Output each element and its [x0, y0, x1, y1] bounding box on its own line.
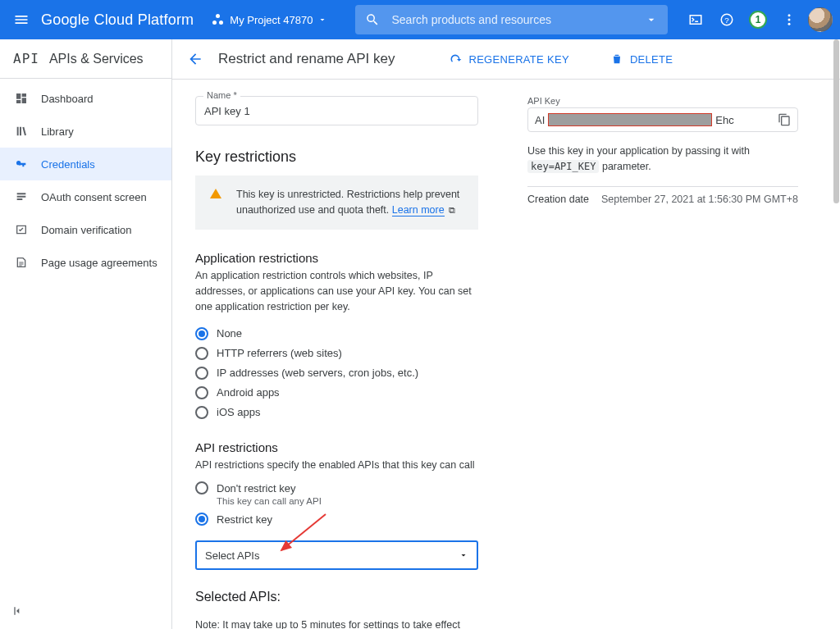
right-column: API Key AI Ehc Use this key in your appl… [527, 96, 798, 205]
external-link-icon: ⧉ [449, 205, 455, 215]
sidebar: API APIs & Services Dashboard Library Cr… [0, 39, 172, 629]
back-button[interactable] [187, 51, 203, 67]
regenerate-key-button[interactable]: REGENERATE KEY [449, 52, 568, 66]
api-restriction-dont[interactable]: Don't restrict key [195, 481, 478, 495]
api-restrictions-heading: API restrictions [195, 440, 478, 454]
app-restriction-radios: None HTTP referrers (web sites) IP addre… [195, 327, 478, 419]
api-key-box: AI Ehc [527, 107, 798, 132]
app-restriction-ios[interactable]: iOS apps [195, 406, 478, 419]
select-apis-dropdown[interactable]: Select APIs [195, 540, 478, 570]
name-field-input[interactable] [195, 96, 478, 125]
avatar-image [808, 7, 833, 32]
app-restriction-android[interactable]: Android apps [195, 386, 478, 399]
select-placeholder: Select APIs [205, 549, 259, 562]
key-restrictions-heading: Key restrictions [195, 148, 478, 166]
sidebar-item-oauth-consent[interactable]: OAuth consent screen [0, 180, 171, 213]
dashboard-icon [13, 90, 30, 107]
left-column: Name * Key restrictions This key is unre… [195, 96, 478, 629]
svg-point-3 [788, 19, 791, 21]
api-key-usage: Use this key in your application by pass… [527, 144, 798, 175]
regenerate-label: REGENERATE KEY [468, 53, 568, 66]
account-avatar[interactable] [807, 7, 833, 33]
sidebar-nav: Dashboard Library Credentials OAuth cons… [0, 79, 171, 279]
search-icon [365, 12, 380, 27]
radio-icon [195, 481, 208, 495]
name-field-label: Name * [203, 90, 240, 100]
api-restriction-restrict[interactable]: Restrict key [195, 513, 478, 526]
search-input[interactable] [390, 12, 635, 27]
app-restriction-ip[interactable]: IP addresses (web servers, cron jobs, et… [195, 367, 478, 380]
usage-code: key=API_KEY [527, 160, 599, 173]
notification-badge: 1 [749, 11, 767, 29]
sidebar-item-domain-verification[interactable]: Domain verification [0, 213, 171, 246]
chevron-down-icon[interactable] [645, 13, 658, 26]
sidebar-item-library[interactable]: Library [0, 115, 171, 148]
sidebar-item-label: Credentials [41, 158, 95, 171]
warning-icon [210, 189, 221, 198]
api-restriction-radios: Don't restrict key This key can call any… [195, 481, 478, 526]
api-key-suffix: Ehc [715, 114, 733, 126]
creation-date-value: September 27, 2021 at 1:56:30 PM GMT+8 [601, 194, 798, 205]
trash-icon [610, 52, 623, 66]
notifications-icon[interactable]: 1 [745, 7, 771, 33]
svg-point-4 [788, 23, 791, 25]
delete-label: DELETE [630, 53, 673, 66]
help-icon[interactable]: ? [714, 7, 740, 33]
api-key-label: API Key [527, 96, 798, 106]
radio-icon [195, 386, 208, 399]
project-picker[interactable]: My Project 47870 [205, 10, 334, 30]
selected-apis-heading: Selected APIs: [195, 590, 478, 604]
sidebar-item-label: Domain verification [41, 224, 132, 236]
cloud-shell-icon[interactable] [682, 7, 709, 33]
project-icon [212, 13, 225, 26]
page-header: Restrict and rename API key REGENERATE K… [172, 39, 840, 80]
svg-point-2 [788, 14, 791, 16]
menu-icon[interactable] [7, 5, 36, 34]
unrestricted-warning: This key is unrestricted. Restrictions h… [195, 175, 478, 230]
search-box[interactable] [355, 5, 668, 34]
api-key-redacted [548, 113, 712, 126]
creation-date-row: Creation date September 27, 2021 at 1:56… [527, 186, 798, 205]
scrollbar[interactable] [832, 39, 840, 629]
chevron-down-icon [459, 550, 468, 560]
radio-icon [195, 327, 208, 340]
sidebar-item-label: Library [41, 125, 74, 138]
radio-icon [195, 513, 208, 526]
delete-button[interactable]: DELETE [610, 52, 673, 66]
learn-more-link[interactable]: Learn more [392, 204, 445, 217]
more-icon[interactable] [776, 7, 802, 33]
page-title: Restrict and rename API key [218, 51, 395, 67]
logo-word1: Google [41, 11, 89, 28]
collapse-sidebar-icon[interactable] [8, 601, 28, 621]
sidebar-item-credentials[interactable]: Credentials [0, 148, 171, 180]
copy-icon[interactable] [778, 113, 791, 126]
topbar-actions: ? 1 [682, 7, 833, 33]
consent-icon [13, 189, 30, 205]
app-restriction-http[interactable]: HTTP referrers (web sites) [195, 347, 478, 360]
api-key-prefix: AI [535, 114, 545, 126]
api-restriction-dont-sub: This key can call any API [217, 496, 478, 506]
project-name: My Project 47870 [230, 14, 313, 26]
name-field-wrap: Name * [195, 96, 478, 125]
agreement-icon [13, 254, 30, 271]
sidebar-item-page-usage[interactable]: Page usage agreements [0, 246, 171, 279]
refresh-icon [449, 52, 462, 66]
main: Restrict and rename API key REGENERATE K… [172, 39, 840, 629]
creation-date-label: Creation date [527, 194, 589, 205]
sidebar-item-dashboard[interactable]: Dashboard [0, 82, 171, 115]
product-logo: API [13, 51, 39, 66]
radio-icon [195, 367, 208, 380]
sidebar-item-label: Page usage agreements [41, 257, 158, 269]
note-text: Note: It may take up to 5 minutes for se… [195, 619, 478, 629]
api-restrictions-desc: API restrictions specify the enabled API… [195, 458, 478, 473]
svg-text:?: ? [724, 16, 729, 25]
app-restriction-none[interactable]: None [195, 327, 478, 340]
chevron-down-icon [317, 15, 327, 25]
app-restrictions-heading: Application restrictions [195, 251, 478, 265]
library-icon [13, 123, 30, 139]
radio-icon [195, 347, 208, 360]
app-restrictions-desc: An application restriction controls whic… [195, 268, 478, 316]
sidebar-header: API APIs & Services [0, 39, 171, 79]
product-title: APIs & Services [49, 52, 144, 66]
sidebar-item-label: Dashboard [41, 93, 94, 105]
